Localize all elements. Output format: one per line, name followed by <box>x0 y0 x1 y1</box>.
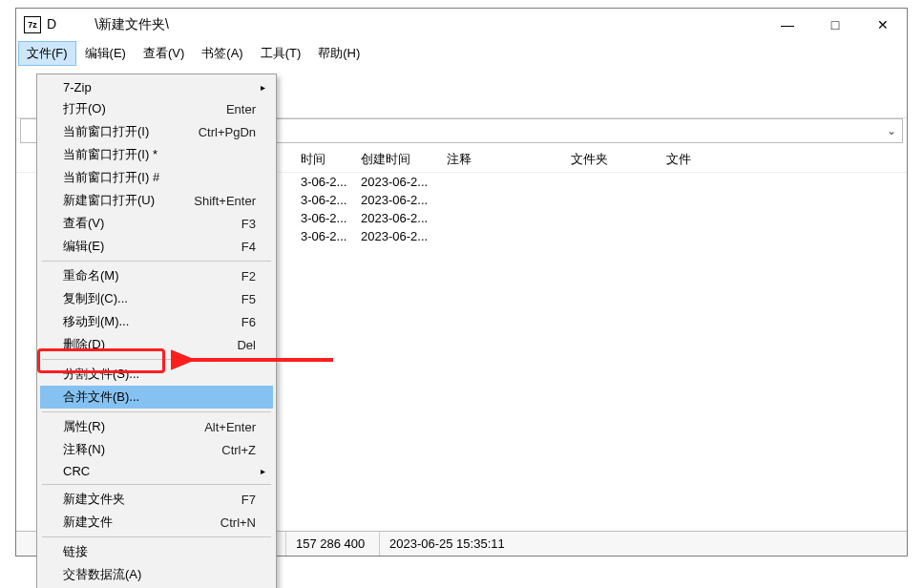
file-menu-item[interactable]: 新建窗口打开(U)Shift+Enter <box>40 189 273 212</box>
cell-modified: 3-06-2... <box>293 175 353 189</box>
menu-item-label: 打开(O) <box>63 100 106 117</box>
menu-item-label: 编辑(E) <box>63 238 104 255</box>
menubar: 文件(F)编辑(E)查看(V)书签(A)工具(T)帮助(H) <box>16 41 907 66</box>
cell-created: 2023-06-2... <box>353 175 439 189</box>
file-menu-item[interactable]: 编辑(E)F4 <box>40 235 273 258</box>
file-menu-item[interactable]: 查看(V)F3 <box>40 212 273 235</box>
app-icon: 7z <box>24 16 41 33</box>
menu-item-shortcut: F5 <box>241 292 256 306</box>
menu-item-shortcut: F2 <box>241 269 256 284</box>
menu-item-label: 当前窗口打开(I) <box>63 123 149 140</box>
menu-item-label: 当前窗口打开(I) * <box>63 146 157 163</box>
maximize-button[interactable]: □ <box>811 9 859 41</box>
file-menu-item[interactable]: 链接 <box>40 540 273 563</box>
menu-item-label: 查看(V) <box>63 215 104 232</box>
col-files[interactable]: 文件 <box>659 151 754 168</box>
table-row[interactable]: 3-06-2...2023-06-2... <box>293 173 907 191</box>
chevron-right-icon: ▸ <box>261 466 265 476</box>
file-menu-item[interactable]: 移动到(M)...F6 <box>40 310 273 333</box>
menu-item-shortcut: Enter <box>226 102 256 116</box>
titlebar: 7z D\新建文件夹\ — □ ✕ <box>16 9 907 41</box>
menu-item-shortcut: Alt+Enter <box>204 420 256 434</box>
file-menu-item[interactable]: 新建文件Ctrl+N <box>40 511 273 534</box>
table-row[interactable]: 3-06-2...2023-06-2... <box>293 227 907 245</box>
file-menu-item[interactable]: 打开(O)Enter <box>40 97 273 120</box>
menu-item-label: 链接 <box>63 543 88 560</box>
menu-item-shortcut: Ctrl+Z <box>221 443 256 457</box>
cell-created: 2023-06-2... <box>353 193 439 207</box>
file-menu-item[interactable]: 复制到(C)...F5 <box>40 287 273 310</box>
menu-item-shortcut: Ctrl+PgDn <box>199 125 256 139</box>
file-menu-dropdown[interactable]: 7-Zip▸打开(O)Enter当前窗口打开(I)Ctrl+PgDn当前窗口打开… <box>36 74 277 588</box>
menu-item-label: 属性(R) <box>63 418 105 435</box>
menu-item-label: 新建文件 <box>63 514 113 531</box>
status-size: 157 286 400 <box>286 532 380 556</box>
cell-created: 2023-06-2... <box>353 229 439 243</box>
file-menu-item[interactable]: 当前窗口打开(I) # <box>40 166 273 189</box>
menu-item-label: 删除(D) <box>63 336 105 353</box>
cell-created: 2023-06-2... <box>353 211 439 225</box>
menu-item-shortcut: F4 <box>241 240 256 254</box>
chevron-right-icon: ▸ <box>261 82 265 93</box>
file-menu-item[interactable]: 重命名(M)F2 <box>40 264 273 287</box>
status-datetime: 2023-06-25 15:35:11 <box>380 532 907 556</box>
menu-item-label: 合并文件(B)... <box>63 388 139 406</box>
menu-item-label: 注释(N) <box>63 441 105 458</box>
menubar-item-1[interactable]: 编辑(E) <box>76 41 135 66</box>
menu-item-shortcut: F6 <box>241 315 256 329</box>
close-button[interactable]: ✕ <box>859 9 907 41</box>
window-title: D\新建文件夹\ <box>47 16 764 33</box>
menu-item-label: 复制到(C)... <box>63 290 128 307</box>
file-menu-item[interactable]: 合并文件(B)... <box>40 386 273 409</box>
col-created[interactable]: 创建时间 <box>353 151 439 168</box>
file-menu-item[interactable]: 删除(D)Del <box>40 333 273 356</box>
cell-modified: 3-06-2... <box>293 211 353 225</box>
menu-separator <box>42 536 271 537</box>
menubar-item-0[interactable]: 文件(F) <box>18 41 76 66</box>
menubar-item-4[interactable]: 工具(T) <box>252 41 310 66</box>
file-menu-item[interactable]: 新建文件夹F7 <box>40 488 273 511</box>
window-controls: — □ ✕ <box>764 9 907 41</box>
minimize-button[interactable]: — <box>764 9 811 41</box>
cell-modified: 3-06-2... <box>293 229 353 243</box>
menu-separator <box>42 484 271 485</box>
menu-separator <box>42 411 271 412</box>
chevron-down-icon[interactable]: ⌄ <box>887 124 896 137</box>
col-folders[interactable]: 文件夹 <box>563 151 659 168</box>
file-menu-item[interactable]: 注释(N)Ctrl+Z <box>40 438 273 461</box>
table-row[interactable]: 3-06-2...2023-06-2... <box>293 191 907 209</box>
menu-item-shortcut: F3 <box>241 217 256 231</box>
col-comment[interactable]: 注释 <box>439 151 563 168</box>
title-folder: \新建文件夹\ <box>94 16 169 32</box>
table-row[interactable]: 3-06-2...2023-06-2... <box>293 209 907 227</box>
file-menu-item[interactable]: 属性(R)Alt+Enter <box>40 415 273 438</box>
menu-item-shortcut: Ctrl+N <box>220 515 256 530</box>
file-menu-item[interactable]: 当前窗口打开(I)Ctrl+PgDn <box>40 120 273 143</box>
file-menu-item[interactable]: 分割文件(S)... <box>40 363 273 386</box>
menu-item-label: 当前窗口打开(I) # <box>63 169 159 186</box>
menu-item-shortcut: F7 <box>241 493 256 507</box>
menu-item-label: 交替数据流(A) <box>63 566 141 583</box>
menu-item-label: 新建窗口打开(U) <box>63 192 155 209</box>
menu-item-label: 重命名(M) <box>63 267 119 284</box>
file-menu-item[interactable]: 交替数据流(A) <box>40 563 273 586</box>
menu-separator <box>42 359 271 360</box>
col-modified[interactable]: 时间 <box>293 151 353 168</box>
cell-modified: 3-06-2... <box>293 193 353 207</box>
menubar-item-2[interactable]: 查看(V) <box>135 41 193 66</box>
menubar-item-3[interactable]: 书签(A) <box>193 41 251 66</box>
menu-item-label: 移动到(M)... <box>63 313 129 330</box>
file-menu-item[interactable]: 7-Zip▸ <box>40 77 273 97</box>
menu-item-label: 7-Zip <box>63 80 92 94</box>
menu-item-label: CRC <box>63 464 90 478</box>
file-menu-item[interactable]: 当前窗口打开(I) * <box>40 143 273 166</box>
menu-item-shortcut: Shift+Enter <box>194 194 256 208</box>
menu-item-label: 分割文件(S)... <box>63 366 139 383</box>
menu-separator <box>42 261 271 262</box>
title-redacted <box>56 17 94 29</box>
menubar-item-5[interactable]: 帮助(H) <box>309 41 368 66</box>
title-drive: D <box>47 16 56 32</box>
menu-item-shortcut: Del <box>237 338 256 352</box>
menu-item-label: 新建文件夹 <box>63 491 125 508</box>
file-menu-item[interactable]: CRC▸ <box>40 461 273 481</box>
